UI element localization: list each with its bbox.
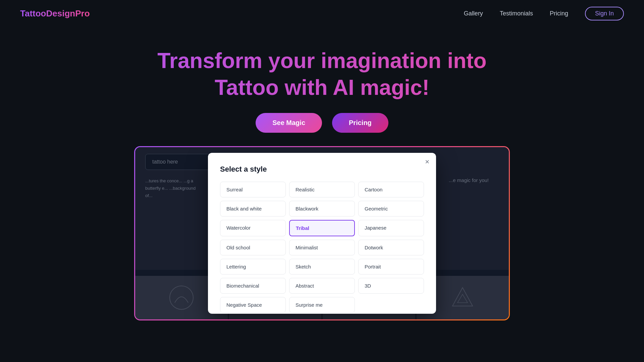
style-option-negative-space[interactable]: Negative Space [220, 297, 286, 313]
see-magic-button[interactable]: See Magic [256, 113, 322, 133]
style-option-black-and-white[interactable]: Black and white [220, 201, 286, 217]
testimonials-link[interactable]: Testimonials [500, 10, 533, 17]
app-preview: tattoo here ...tures the conce... ...g a… [134, 146, 510, 320]
style-option-watercolor[interactable]: Watercolor [220, 220, 286, 236]
logo: TattooDesignPro [20, 8, 90, 19]
hero-section: Transform your imagination into Tattoo w… [0, 27, 644, 146]
style-option-japanese[interactable]: Japanese [358, 220, 424, 236]
style-select-modal: Select a style × SurrealRealisticCartoon… [208, 153, 436, 314]
style-option-old-school[interactable]: Old school [220, 240, 286, 255]
gallery-link[interactable]: Gallery [464, 10, 483, 17]
style-option-3d[interactable]: 3D [358, 278, 424, 294]
style-option-sketch[interactable]: Sketch [289, 259, 355, 275]
style-option-dotwork[interactable]: Dotwork [358, 240, 424, 255]
style-option-minimalist[interactable]: Minimalist [289, 240, 355, 255]
style-option-biomechanical[interactable]: Biomechanical [220, 278, 286, 294]
navbar: TattooDesignPro Gallery Testimonials Pri… [0, 0, 644, 27]
style-grid: SurrealRealisticCartoonBlack and whiteBl… [220, 182, 424, 313]
style-option-surreal[interactable]: Surreal [220, 182, 286, 197]
style-option-cartoon[interactable]: Cartoon [358, 182, 424, 197]
style-option-lettering[interactable]: Lettering [220, 259, 286, 275]
style-option-blackwork[interactable]: Blackwork [289, 201, 355, 217]
modal-overlay: Select a style × SurrealRealisticCartoon… [135, 147, 509, 319]
style-option-abstract[interactable]: Abstract [289, 278, 355, 294]
hero-title: Transform your imagination into Tattoo w… [0, 47, 644, 101]
modal-title: Select a style [220, 165, 424, 174]
pricing-link[interactable]: Pricing [550, 10, 568, 17]
style-option-realistic[interactable]: Realistic [289, 182, 355, 197]
style-option-tribal[interactable]: Tribal [289, 220, 355, 236]
style-option-geometric[interactable]: Geometric [358, 201, 424, 217]
nav-links: Gallery Testimonials Pricing Sign In [464, 7, 624, 20]
pricing-button[interactable]: Pricing [332, 113, 388, 133]
modal-close-button[interactable]: × [425, 158, 429, 166]
style-option-surprise-me[interactable]: Surprise me [289, 297, 355, 313]
style-option-portrait[interactable]: Portrait [358, 259, 424, 275]
signin-button[interactable]: Sign In [585, 7, 624, 20]
hero-buttons: See Magic Pricing [0, 113, 644, 133]
